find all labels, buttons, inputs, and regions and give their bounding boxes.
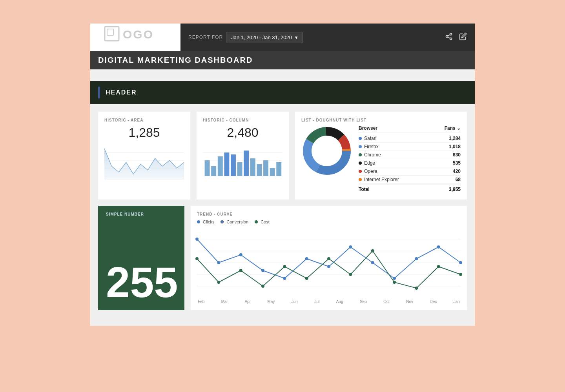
edge-dot <box>359 162 362 165</box>
browser-total-row: Total 3,955 <box>359 185 461 193</box>
svg-rect-19 <box>224 152 229 176</box>
cards-row: HISTORIC - AREA 1,285 <box>90 104 475 200</box>
doughnut-chart <box>301 125 352 178</box>
svg-point-34 <box>312 136 342 166</box>
svg-point-47 <box>349 245 352 249</box>
report-for-area: REPORT FOR Jan 1, 2020 - Jan 31, 2020 ▾ <box>188 32 303 43</box>
firefox-dot <box>359 145 362 148</box>
date-range-button[interactable]: Jan 1, 2020 - Jan 31, 2020 ▾ <box>226 32 303 43</box>
spacer <box>90 69 475 81</box>
logo-area: OGO <box>90 24 180 51</box>
total-value: 3,955 <box>449 187 461 192</box>
svg-point-44 <box>283 277 286 280</box>
svg-point-5 <box>450 38 452 40</box>
svg-rect-20 <box>231 154 236 176</box>
browser-row-ie: Internet Explorer 68 <box>359 176 461 184</box>
x-label-jun: Jun <box>292 299 298 304</box>
trend-label: TREND - CURVE <box>197 212 461 216</box>
cost-dot <box>255 220 258 223</box>
historic-column-value: 2,480 <box>203 125 282 140</box>
safari-value: 1,284 <box>449 136 461 141</box>
svg-rect-23 <box>250 158 255 176</box>
trend-card: TREND - CURVE Clicks Conversion Cost <box>191 206 467 310</box>
svg-rect-18 <box>218 156 223 176</box>
legend-clicks: Clicks <box>197 220 214 224</box>
simple-number-label: SIMPLE NUMBER <box>106 212 177 216</box>
clicks-dot <box>197 220 200 223</box>
legend-cost: Cost <box>255 220 270 224</box>
svg-point-43 <box>261 269 264 272</box>
historic-area-card: HISTORIC - AREA 1,285 <box>98 112 190 200</box>
section-header-accent <box>98 87 100 98</box>
svg-rect-22 <box>244 151 249 176</box>
date-range-value: Jan 1, 2020 - Jan 31, 2020 <box>231 34 292 40</box>
svg-text:OGO: OGO <box>123 28 154 41</box>
ie-value: 68 <box>456 177 461 182</box>
col-fans: Fans ⌄ <box>445 125 461 131</box>
x-axis: Feb Mar Apr May Jun Jul Aug Sep Oct Nov … <box>197 299 461 304</box>
browser-row-edge: Edge 535 <box>359 159 461 167</box>
area-chart <box>104 145 184 180</box>
col-browser: Browser <box>359 125 377 131</box>
svg-point-48 <box>371 261 374 264</box>
ie-dot <box>359 178 362 181</box>
x-label-nov: Nov <box>406 299 413 304</box>
svg-point-46 <box>327 265 330 268</box>
chrome-value: 630 <box>453 152 461 158</box>
trend-legend: Clicks Conversion Cost <box>197 220 461 224</box>
svg-line-7 <box>448 34 450 36</box>
simple-number-value: 255 <box>106 261 177 304</box>
svg-point-41 <box>217 261 220 264</box>
top-header: OGO REPORT FOR Jan 1, 2020 - Jan 31, 202… <box>90 24 475 51</box>
total-label: Total <box>359 187 370 192</box>
share-button[interactable] <box>445 33 453 42</box>
sort-icon[interactable]: ⌄ <box>457 125 461 131</box>
doughnut-table: Browser Fans ⌄ Safari 1,284 Fi <box>359 125 461 193</box>
svg-point-42 <box>239 253 242 256</box>
svg-point-57 <box>283 265 286 268</box>
x-label-feb: Feb <box>198 299 204 304</box>
browser-row-chrome: Chrome 630 <box>359 151 461 159</box>
historic-area-label: HISTORIC - AREA <box>104 118 184 122</box>
x-label-jul: Jul <box>314 299 319 304</box>
legend-conversion: Conversion <box>221 220 248 224</box>
chrome-dot <box>359 153 362 156</box>
header-right: REPORT FOR Jan 1, 2020 - Jan 31, 2020 ▾ <box>180 24 475 51</box>
doughnut-table-header: Browser Fans ⌄ <box>359 125 461 133</box>
chevron-down-icon: ▾ <box>295 34 298 40</box>
browser-row-safari: Safari 1,284 <box>359 134 461 143</box>
svg-point-51 <box>437 245 440 249</box>
edit-button[interactable] <box>459 33 467 42</box>
main-content: HEADER HISTORIC - AREA 1,285 <box>90 81 475 326</box>
svg-point-60 <box>349 273 352 276</box>
historic-column-card: HISTORIC - COLUMN 2,480 <box>197 112 289 200</box>
report-for-label: REPORT FOR <box>188 34 223 40</box>
dashboard-wrapper: OGO REPORT FOR Jan 1, 2020 - Jan 31, 202… <box>90 24 475 326</box>
svg-rect-26 <box>270 168 275 176</box>
svg-point-58 <box>305 277 308 280</box>
x-label-mar: Mar <box>221 299 228 304</box>
svg-rect-17 <box>211 166 216 176</box>
simple-number-card: SIMPLE NUMBER 255 <box>98 206 184 310</box>
svg-point-65 <box>459 273 462 276</box>
browser-row-opera: Opera 420 <box>359 167 461 176</box>
section-header-title: HEADER <box>106 89 137 96</box>
svg-line-6 <box>448 37 450 38</box>
svg-point-64 <box>437 265 440 268</box>
x-label-may: May <box>267 299 275 304</box>
second-row: SIMPLE NUMBER 255 TREND - CURVE Clicks C… <box>90 200 475 310</box>
svg-point-53 <box>195 257 199 260</box>
svg-point-63 <box>415 287 418 290</box>
doughnut-card: LIST - DOUGHNUT WITH LIST <box>295 112 467 200</box>
title-bar: DIGITAL MARKETING DASHBOARD <box>90 51 475 69</box>
svg-rect-21 <box>237 162 242 176</box>
svg-point-4 <box>446 35 448 37</box>
doughnut-inner: Browser Fans ⌄ Safari 1,284 Fi <box>301 125 461 193</box>
svg-point-52 <box>459 261 462 264</box>
edge-value: 535 <box>453 160 461 166</box>
firefox-value: 1,018 <box>449 144 461 149</box>
trend-chart <box>197 227 461 298</box>
svg-rect-27 <box>276 162 281 176</box>
svg-point-59 <box>327 257 330 260</box>
browser-row-firefox: Firefox 1,018 <box>359 143 461 151</box>
